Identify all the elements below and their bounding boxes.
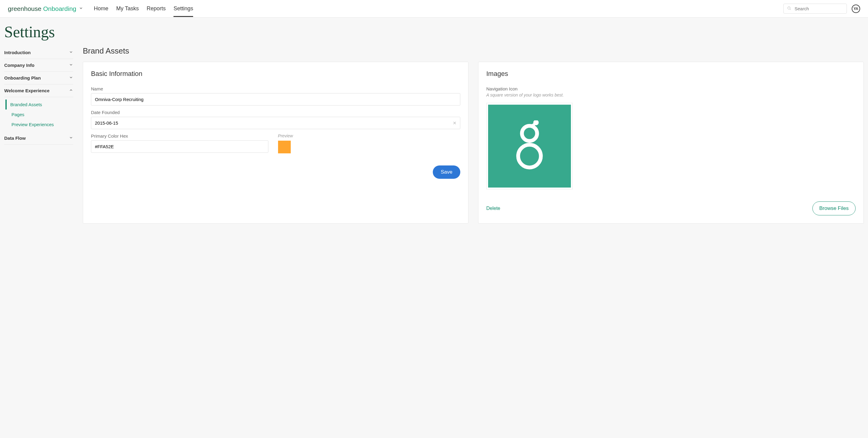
date-founded-label: Date Founded (91, 110, 460, 115)
body-row: Introduction Company Info Onboarding Pla… (0, 46, 868, 224)
nav-right: YA (783, 4, 860, 13)
color-row: Primary Color Hex Preview (91, 134, 460, 157)
sidebar-item-onboarding-plan[interactable]: Onboarding Plan (4, 72, 73, 84)
nav-home[interactable]: Home (94, 1, 108, 17)
nav-reports[interactable]: Reports (147, 1, 166, 17)
primary-color-label: Primary Color Hex (91, 134, 268, 139)
sidebar-sub-preview-experiences[interactable]: Preview Experiences (4, 119, 73, 129)
navigation-icon-hint: A square version of your logo works best… (486, 93, 856, 97)
sidebar-sub-pages[interactable]: Pages (4, 110, 73, 119)
basic-information-card: Basic Information Name Date Founded ✕ Pr… (83, 62, 468, 224)
color-swatch (278, 141, 291, 153)
sidebar-sub-branded-assets[interactable]: Branded Assets (5, 99, 73, 110)
sidebar-item-label: Onboarding Plan (4, 75, 41, 81)
sidebar-item-label: Company Info (4, 63, 34, 68)
sidebar-item-data-flow[interactable]: Data Flow (4, 132, 73, 145)
svg-point-2 (522, 126, 537, 141)
greenhouse-logo-icon (516, 120, 543, 172)
section-heading: Brand Assets (83, 46, 864, 56)
sidebar-item-welcome-experience[interactable]: Welcome Experience (4, 84, 73, 97)
chevron-down-icon (69, 50, 73, 55)
sidebar-item-label: Data Flow (4, 136, 26, 141)
settings-sidebar: Introduction Company Info Onboarding Pla… (4, 46, 73, 224)
user-avatar[interactable]: YA (852, 4, 860, 13)
sidebar-item-company-info[interactable]: Company Info (4, 59, 73, 72)
card-title: Images (486, 70, 856, 78)
top-nav: greenhouse Onboarding Home My Tasks Repo… (0, 0, 868, 18)
images-card: Images Navigation Icon A square version … (478, 62, 864, 224)
cards-row: Basic Information Name Date Founded ✕ Pr… (83, 62, 864, 224)
navigation-icon-preview (486, 103, 573, 189)
chevron-down-icon (69, 136, 73, 141)
sidebar-item-label: Welcome Experience (4, 88, 50, 93)
preview-label: Preview (278, 134, 293, 138)
save-button[interactable]: Save (433, 166, 460, 179)
search-field (783, 4, 847, 13)
clear-date-icon[interactable]: ✕ (453, 120, 457, 126)
nav-my-tasks[interactable]: My Tasks (116, 1, 139, 17)
images-actions: Delete Browse Files (486, 201, 856, 215)
date-founded-input[interactable] (91, 117, 460, 129)
primary-color-input[interactable] (91, 140, 268, 153)
nav-settings[interactable]: Settings (174, 1, 193, 17)
delete-image-link[interactable]: Delete (486, 206, 500, 211)
navigation-icon-label: Navigation Icon (486, 86, 856, 91)
page: Settings Introduction Company Info Onboa… (0, 18, 868, 236)
chevron-down-icon (69, 75, 73, 81)
primary-nav: Home My Tasks Reports Settings (94, 1, 193, 17)
logo-preview-image (488, 105, 571, 187)
sidebar-submenu: Branded Assets Pages Preview Experiences (4, 97, 73, 132)
browse-files-button[interactable]: Browse Files (812, 201, 856, 215)
chevron-up-icon (69, 88, 73, 93)
page-title: Settings (0, 18, 868, 46)
chevron-down-icon (79, 6, 83, 11)
name-label: Name (91, 86, 460, 91)
sidebar-item-label: Introduction (4, 50, 31, 55)
sidebar-item-introduction[interactable]: Introduction (4, 46, 73, 59)
logo-text: greenhouse Onboarding (8, 5, 76, 12)
chevron-down-icon (69, 63, 73, 68)
search-input[interactable] (783, 4, 847, 13)
svg-point-3 (518, 145, 541, 168)
main-content: Brand Assets Basic Information Name Date… (83, 46, 864, 224)
app-switcher[interactable]: greenhouse Onboarding (8, 5, 83, 12)
card-title: Basic Information (91, 70, 460, 78)
name-input[interactable] (91, 93, 460, 106)
